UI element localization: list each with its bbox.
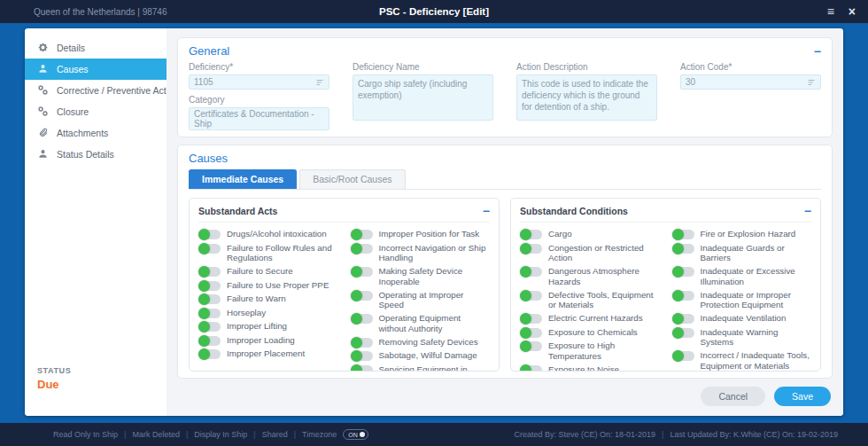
- gear-icon: [37, 42, 49, 55]
- toggle-switch[interactable]: [351, 291, 373, 301]
- footer-flag-shared[interactable]: Shared: [262, 430, 288, 439]
- toggle-switch[interactable]: [672, 351, 694, 361]
- toggle-switch[interactable]: [198, 281, 221, 291]
- deficiency-input[interactable]: 1105: [189, 74, 329, 90]
- category-value: Certificates & Documentation - Ship: [194, 109, 324, 129]
- toggle-item-exposure-to-high-temperatures: Exposure to High Temperatures: [520, 340, 660, 361]
- save-button[interactable]: Save: [774, 387, 831, 406]
- window-controls: ≡ ×: [827, 5, 856, 18]
- toggle-label: Congestion or Restricted Action: [548, 243, 660, 263]
- footer-flag-timezone[interactable]: Timezone: [302, 430, 337, 439]
- toggle-label: Inadequate Guards or Barriers: [701, 243, 812, 263]
- sidebar-item-label: Corrective / Preventive Actions: [57, 85, 183, 96]
- toggle-switch[interactable]: [351, 314, 373, 324]
- toggle-item-exposure-to-noise: Exposure to Noise: [520, 364, 660, 372]
- lookup-icon[interactable]: [315, 78, 324, 87]
- toggle-switch[interactable]: [520, 291, 542, 301]
- toggle-knob: [198, 243, 210, 254]
- close-icon[interactable]: ×: [849, 5, 856, 18]
- sidebar-nav: DetailsCausesCorrective / Preventive Act…: [25, 37, 167, 165]
- toggle-knob: [520, 290, 531, 301]
- toggle-switch[interactable]: [520, 328, 542, 338]
- toggle-switch[interactable]: [672, 267, 694, 277]
- toggle-switch[interactable]: [672, 244, 694, 254]
- status-block: STATUS Due: [25, 357, 167, 416]
- toggle-switch[interactable]: [198, 309, 221, 318]
- lookup-icon[interactable]: [807, 78, 816, 87]
- action-description-input[interactable]: This code is used to indicate the defici…: [516, 74, 657, 121]
- tab-basic-root-causes[interactable]: Basic/Root Causes: [299, 169, 405, 189]
- toggle-switch[interactable]: [198, 322, 221, 332]
- footer-flag-mark-deleted[interactable]: Mark Deleted: [132, 430, 180, 439]
- sidebar-item-causes[interactable]: Causes: [25, 59, 167, 80]
- toggle-switch[interactable]: [520, 365, 542, 372]
- cancel-button[interactable]: Cancel: [701, 387, 765, 406]
- toggle-knob: [520, 266, 531, 278]
- sidebar-item-status-details[interactable]: Status Details: [25, 144, 167, 165]
- tab-immediate-causes[interactable]: Immediate Causes: [189, 169, 297, 189]
- toggle-knob: [198, 280, 210, 292]
- collapse-icon[interactable]: −: [804, 205, 811, 217]
- footer-flag-read-only-in-ship[interactable]: Read Only In Ship: [53, 430, 118, 439]
- toggle-switch[interactable]: [351, 244, 373, 254]
- separator: |: [294, 430, 296, 439]
- field-deficiency-name: Deficiency Name Cargo ship safety (inclu…: [353, 62, 493, 130]
- panel-header: Substandard Acts−: [198, 205, 490, 223]
- sidebar-item-details[interactable]: Details: [25, 37, 167, 59]
- sidebar-item-label: Status Details: [57, 149, 114, 160]
- toggle-switch[interactable]: [198, 294, 221, 304]
- action-code-input[interactable]: 30: [680, 74, 821, 90]
- toggle-knob: [198, 266, 210, 278]
- category-input[interactable]: Certificates & Documentation - Ship: [189, 107, 329, 130]
- toggle-switch[interactable]: [520, 341, 542, 351]
- toggle-switch[interactable]: [198, 230, 221, 239]
- field-action-description: Action Description This code is used to …: [516, 62, 657, 130]
- timezone-toggle[interactable]: ON: [343, 429, 368, 440]
- toggle-switch[interactable]: [198, 244, 221, 254]
- toggle-switch[interactable]: [198, 349, 221, 359]
- toggle-switch[interactable]: [672, 328, 694, 338]
- toggle-switch[interactable]: [198, 336, 221, 346]
- sidebar: DetailsCausesCorrective / Preventive Act…: [25, 28, 167, 416]
- toggle-switch[interactable]: [520, 230, 542, 239]
- toggle-label: Servicing Equipment in Operations: [379, 364, 491, 372]
- collapse-icon[interactable]: −: [483, 205, 490, 217]
- toggle-switch[interactable]: [672, 291, 694, 301]
- sidebar-item-corrective-preventive-actions[interactable]: Corrective / Preventive Actions: [25, 80, 167, 101]
- menu-icon[interactable]: ≡: [827, 5, 834, 18]
- toggle-switch[interactable]: [351, 351, 373, 361]
- sidebar-item-closure[interactable]: Closure: [25, 101, 167, 122]
- toggle-knob: [520, 327, 531, 339]
- deficiency-name-input[interactable]: Cargo ship safety (including exemption): [353, 74, 493, 121]
- toggle-switch[interactable]: [351, 230, 373, 239]
- toggle-label: Inadequate or Improper Protection Equipm…: [701, 290, 812, 310]
- toggle-label: Electric Current Hazards: [548, 313, 643, 324]
- toggle-knob: [520, 243, 531, 254]
- toggle-knob: [351, 350, 362, 362]
- toggle-switch[interactable]: [520, 244, 542, 254]
- toggle-label: Inadequate or Excessive Illumination: [701, 266, 812, 286]
- toggle-switch[interactable]: [351, 338, 373, 348]
- toggle-item-improper-lifting: Improper Lifting: [198, 321, 338, 332]
- toggle-switch[interactable]: [672, 314, 694, 324]
- toggle-item-failure-to-follow-rules-and-regulations: Failure to Follow Rules and Regulations: [198, 243, 338, 263]
- footer-flag-display-in-ship[interactable]: Display In Ship: [194, 430, 247, 439]
- toggle-item-electric-current-hazards: Electric Current Hazards: [520, 313, 660, 324]
- toggle-switch[interactable]: [198, 267, 221, 277]
- toggle-item-failure-to-secure: Failure to Secure: [198, 266, 338, 277]
- toggle-switch[interactable]: [520, 314, 542, 324]
- footer-flags: Read Only In Ship|Mark Deleted|Display I…: [53, 429, 368, 440]
- toggle-switch[interactable]: [520, 267, 542, 277]
- sidebar-item-attachments[interactable]: Attachments: [25, 122, 167, 144]
- toggle-knob: [672, 350, 684, 362]
- toggle-switch[interactable]: [672, 230, 694, 239]
- action-buttons: Cancel Save: [177, 386, 833, 407]
- toggle-item-improper-placement: Improper Placement: [198, 348, 338, 359]
- toggle-label: Drugs/Alcohol intoxication: [227, 229, 327, 239]
- toggle-item-cargo: Cargo: [520, 229, 660, 239]
- toggle-switch[interactable]: [351, 267, 373, 277]
- app-window: Queen of the Netherlands | 98746 PSC - D…: [0, 0, 868, 446]
- toggle-item-incorrect-inadequate-tools-equipment-or-materials: Incorrect / Inadequate Tools, Equipment …: [672, 350, 812, 371]
- collapse-icon[interactable]: −: [814, 45, 821, 58]
- toggle-switch[interactable]: [351, 365, 373, 372]
